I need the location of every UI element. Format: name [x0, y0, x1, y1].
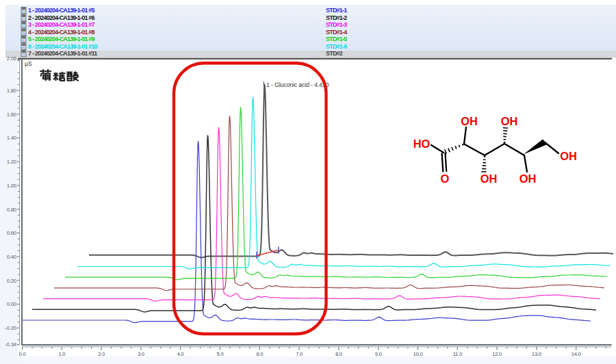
svg-text:5.0: 5.0 — [217, 351, 224, 357]
svg-text:1.0: 1.0 — [58, 351, 65, 357]
svg-text:OH: OH — [480, 172, 498, 185]
svg-text:9.0: 9.0 — [375, 351, 382, 357]
svg-text:4 - 20240204-CA139-1-01 #8: 4 - 20240204-CA139-1-01 #8 — [28, 29, 95, 36]
svg-text:8.0: 8.0 — [335, 351, 342, 357]
svg-text:2 - 20240204-CA139-1-01 #6: 2 - 20240204-CA139-1-01 #6 — [28, 14, 95, 21]
svg-text:1 - 20240204-CA139-1-01 #5: 1 - 20240204-CA139-1-01 #5 — [28, 7, 95, 14]
svg-text:3.0: 3.0 — [138, 351, 144, 357]
svg-text:µS: µS — [25, 60, 32, 67]
svg-text:0.00: 0.00 — [7, 301, 17, 307]
svg-text:0.20: 0.20 — [7, 278, 17, 284]
svg-text:STD#1-4: STD#1-4 — [326, 29, 347, 36]
svg-text:STD#1-2: STD#1-2 — [326, 14, 347, 21]
svg-text:7 - 20240204-CA139-1-01 #11: 7 - 20240204-CA139-1-01 #11 — [28, 50, 97, 57]
svg-text:7.0: 7.0 — [296, 351, 303, 357]
svg-text:STD#1-1: STD#1-1 — [326, 7, 347, 14]
svg-text:STD#2: STD#2 — [326, 50, 343, 57]
svg-text:13.0: 13.0 — [532, 351, 541, 357]
svg-text:STD#1-3: STD#1-3 — [326, 21, 347, 28]
svg-text:1.40: 1.40 — [7, 135, 17, 141]
svg-text:14.0: 14.0 — [572, 351, 581, 357]
svg-text:-0.20: -0.20 — [5, 325, 17, 331]
svg-text:6.0: 6.0 — [256, 351, 263, 357]
svg-text:4.0: 4.0 — [177, 351, 184, 357]
svg-text:2.06: 2.06 — [7, 55, 17, 62]
svg-text:6 - 20240204-CA139-1-01 #10: 6 - 20240204-CA139-1-01 #10 — [28, 43, 98, 50]
svg-text:OH: OH — [519, 172, 537, 185]
svg-text:0.80: 0.80 — [7, 207, 17, 213]
svg-text:OH: OH — [560, 150, 577, 162]
svg-text:3 - 20240204-CA139-1-01 #7: 3 - 20240204-CA139-1-01 #7 — [28, 21, 95, 28]
svg-text:1 - Gluconic acid - 4.410: 1 - Gluconic acid - 4.410 — [266, 81, 329, 88]
svg-text:1.80: 1.80 — [7, 88, 17, 94]
svg-text:HO: HO — [413, 138, 431, 150]
svg-text:O: O — [441, 172, 450, 185]
svg-text:STD#1-5: STD#1-5 — [326, 36, 347, 42]
svg-text:OH: OH — [461, 115, 478, 127]
svg-text:STD#1-6: STD#1-6 — [326, 43, 347, 50]
svg-text:1.20: 1.20 — [7, 159, 17, 165]
svg-text:12.0: 12.0 — [492, 351, 502, 357]
svg-text:-0.34: -0.34 — [5, 341, 17, 348]
svg-text:0.60: 0.60 — [7, 230, 17, 236]
svg-text:1.00: 1.00 — [7, 183, 17, 189]
svg-text:10.0: 10.0 — [413, 351, 423, 357]
svg-text:1.60: 1.60 — [7, 112, 17, 118]
svg-text:0.40: 0.40 — [7, 254, 17, 260]
svg-text:2.0: 2.0 — [98, 351, 105, 357]
svg-text:5 - 20240204-CA139-1-01 #9: 5 - 20240204-CA139-1-01 #9 — [28, 36, 95, 42]
svg-text:11.0: 11.0 — [453, 351, 462, 357]
svg-text:0.0: 0.0 — [19, 351, 26, 357]
svg-text:OH: OH — [501, 115, 518, 127]
